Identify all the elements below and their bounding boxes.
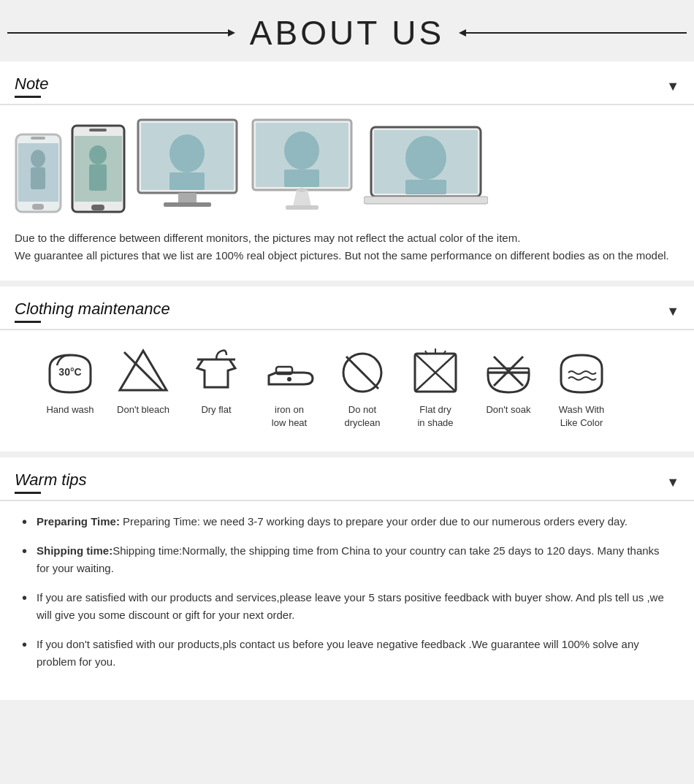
svg-rect-21 bbox=[286, 205, 319, 210]
svg-rect-29 bbox=[405, 180, 446, 194]
list-item: Shipping time:Shipping time:Normally, th… bbox=[22, 542, 672, 577]
care-nodryclean: Do notdryclean bbox=[336, 345, 389, 430]
device-imac bbox=[249, 118, 355, 216]
svg-rect-7 bbox=[89, 129, 107, 132]
flat-dry-shade-icon bbox=[409, 345, 462, 397]
svg-point-16 bbox=[169, 134, 205, 172]
svg-rect-17 bbox=[169, 172, 205, 190]
hand-wash-icon: 30°C bbox=[44, 345, 96, 397]
note-arrow: ▼ bbox=[666, 79, 679, 94]
warmtips-content: Preparing Time: Preparing Time: we need … bbox=[0, 501, 694, 700]
note-content: Due to the difference between different … bbox=[0, 105, 694, 281]
svg-rect-23 bbox=[284, 170, 319, 187]
device-phone1 bbox=[15, 133, 62, 216]
svg-line-37 bbox=[346, 357, 378, 389]
iron-low-icon bbox=[263, 345, 316, 397]
svg-rect-9 bbox=[91, 205, 104, 210]
device-monitor bbox=[134, 118, 240, 216]
svg-point-24 bbox=[297, 188, 306, 192]
no-soak-icon bbox=[482, 345, 535, 397]
note-section-header[interactable]: Note ▼ bbox=[0, 61, 694, 105]
list-item: Preparing Time: Preparing Time: we need … bbox=[22, 513, 672, 530]
maintenance-section-header[interactable]: Clothing maintenance ▼ bbox=[0, 286, 694, 330]
tips-list: Preparing Time: Preparing Time: we need … bbox=[22, 513, 672, 671]
svg-point-35 bbox=[287, 377, 291, 381]
wash-like-color-icon bbox=[555, 345, 608, 397]
maintenance-content: 30°C Hand wash Don't bleach bbox=[0, 330, 694, 452]
list-item: If you are satisfied with our products a… bbox=[22, 589, 672, 624]
note-description: Due to the difference between different … bbox=[15, 229, 679, 264]
header-left-line bbox=[7, 32, 229, 34]
device-laptop bbox=[364, 126, 488, 216]
care-icons-row: 30°C Hand wash Don't bleach bbox=[44, 345, 679, 430]
flat-dry-shade-label: Flat dryin shade bbox=[417, 403, 453, 430]
svg-rect-11 bbox=[89, 164, 107, 191]
care-dryflat: Dry flat bbox=[190, 345, 243, 416]
note-section: Note ▼ bbox=[0, 61, 694, 281]
svg-point-22 bbox=[284, 132, 319, 170]
svg-point-10 bbox=[89, 145, 107, 164]
svg-marker-20 bbox=[293, 190, 311, 206]
svg-rect-27 bbox=[364, 197, 488, 204]
warmtips-section: Warm tips ▼ Preparing Time: Preparing Ti… bbox=[0, 457, 694, 700]
device-illustrations bbox=[15, 118, 679, 216]
svg-rect-14 bbox=[178, 193, 197, 203]
list-item: If you don't satisfied with our products… bbox=[22, 636, 672, 671]
care-nobleach: Don't bleach bbox=[117, 345, 169, 416]
maintenance-arrow: ▼ bbox=[666, 304, 679, 319]
warmtips-section-header[interactable]: Warm tips ▼ bbox=[0, 457, 694, 501]
no-soak-label: Don't soak bbox=[486, 403, 530, 416]
care-nosoak: Don't soak bbox=[482, 345, 535, 416]
note-title: Note bbox=[15, 75, 48, 98]
wash-like-color-label: Wash WithLike Color bbox=[559, 403, 604, 430]
care-washlikecolor: Wash WithLike Color bbox=[555, 345, 608, 430]
page-header: ABOUT US bbox=[0, 0, 694, 61]
svg-rect-3 bbox=[32, 204, 44, 210]
care-ironlow: iron onlow heat bbox=[263, 345, 316, 430]
hand-wash-label: Hand wash bbox=[46, 403, 94, 416]
svg-rect-5 bbox=[31, 167, 45, 189]
care-flatdryshade: Flat dryin shade bbox=[409, 345, 462, 430]
no-dryclean-label: Do notdryclean bbox=[344, 403, 380, 430]
no-dryclean-icon bbox=[336, 345, 389, 397]
care-handwash: 30°C Hand wash bbox=[44, 345, 96, 416]
header-right-line bbox=[465, 32, 687, 34]
svg-point-28 bbox=[405, 136, 446, 180]
no-bleach-label: Don't bleach bbox=[117, 403, 169, 416]
svg-text:30°C: 30°C bbox=[58, 366, 81, 378]
iron-low-label: iron onlow heat bbox=[272, 403, 307, 430]
dry-flat-icon bbox=[190, 345, 243, 397]
svg-rect-1 bbox=[31, 137, 45, 140]
page-title: ABOUT US bbox=[250, 13, 444, 53]
maintenance-section: Clothing maintenance ▼ 30°C Hand wash bbox=[0, 286, 694, 452]
warmtips-title: Warm tips bbox=[15, 471, 87, 494]
device-phone2 bbox=[71, 124, 126, 216]
svg-point-4 bbox=[31, 150, 45, 167]
dry-flat-label: Dry flat bbox=[201, 403, 231, 416]
maintenance-title: Clothing maintenance bbox=[15, 300, 170, 323]
no-bleach-icon bbox=[117, 345, 169, 397]
warmtips-arrow: ▼ bbox=[666, 475, 679, 490]
svg-rect-15 bbox=[164, 202, 211, 207]
